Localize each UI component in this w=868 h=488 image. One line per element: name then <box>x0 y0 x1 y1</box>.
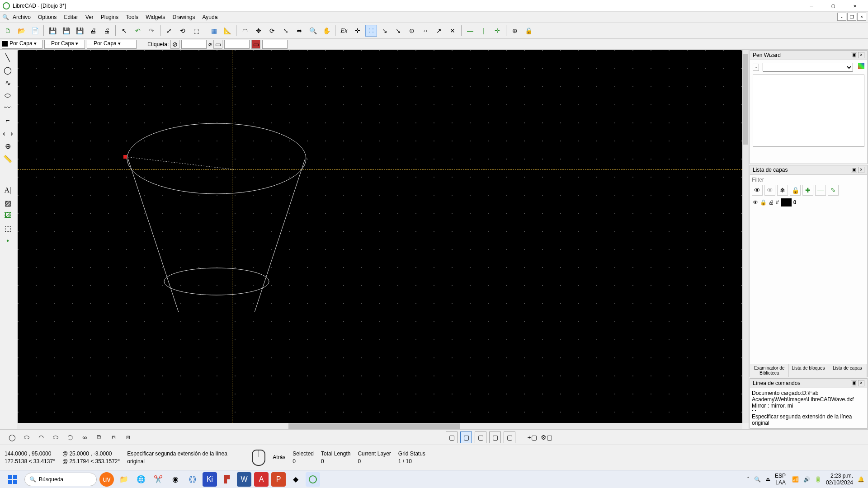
line-tool-icon[interactable]: ╲ <box>1 52 14 63</box>
layer-hide-all-icon[interactable]: 👁 <box>764 185 775 196</box>
undo-icon[interactable]: ↶ <box>132 25 144 37</box>
tab-block-list[interactable]: Lista de bloques <box>789 364 828 377</box>
tray-search-icon[interactable]: 🔍 <box>754 476 761 483</box>
layer-lock-state-icon[interactable]: 🔒 <box>760 199 767 206</box>
new-file-icon[interactable]: 🗋 <box>2 25 14 37</box>
pen-wizard-list[interactable] <box>753 75 864 147</box>
pen-color-icon[interactable] <box>858 63 864 69</box>
restrict-vertical-icon[interactable]: | <box>478 25 490 37</box>
recent-file-icon[interactable]: 📄 <box>29 25 41 37</box>
mdi-restore-button[interactable]: ❐ <box>847 13 856 21</box>
restrict-horizontal-icon[interactable]: — <box>464 25 476 37</box>
diameter-input[interactable] <box>224 40 250 49</box>
spline-tool-icon[interactable]: 〰 <box>1 102 14 114</box>
linetype-selector[interactable]: — Por Capa ▾ <box>44 40 85 49</box>
add-view-icon[interactable]: +▢ <box>526 432 538 443</box>
layer-remove-icon[interactable]: — <box>815 185 826 196</box>
task-icon-snip[interactable]: ✂️ <box>151 472 165 487</box>
view-iso5-icon[interactable]: ▢ <box>504 432 515 443</box>
snap-free-icon[interactable]: ✛ <box>352 25 363 37</box>
menu-drawings[interactable]: Drawings <box>169 13 198 21</box>
draft-link4-icon[interactable]: ⧇ <box>122 432 134 443</box>
menu-plugins[interactable]: Plugins <box>97 13 122 21</box>
relative-zero-icon[interactable]: ⊕ <box>509 25 521 37</box>
save-all-icon[interactable]: 💾 <box>74 25 85 37</box>
move-tool-icon[interactable]: ✥ <box>253 25 264 37</box>
tray-battery-icon[interactable]: 🔋 <box>815 476 821 483</box>
horizontal-scrollbar[interactable] <box>17 423 742 429</box>
start-button[interactable] <box>4 472 22 487</box>
text-tool-icon[interactable]: A| <box>1 184 14 196</box>
polyline-tool-icon[interactable]: ⌐ <box>1 115 14 127</box>
task-icon-explorer[interactable]: 📁 <box>117 472 131 487</box>
layer-filter-label[interactable]: Filter <box>752 177 865 183</box>
snap-endpoint-icon[interactable]: ↘ <box>379 25 391 37</box>
tray-usb-icon[interactable]: ⏏ <box>765 476 770 483</box>
task-icon-librecad[interactable] <box>306 472 320 487</box>
open-file-icon[interactable]: 📂 <box>15 25 27 37</box>
task-icon-app1[interactable]: ▛ <box>220 472 234 487</box>
tray-notifications-icon[interactable]: 🔔 <box>858 476 864 483</box>
snap-grid-icon[interactable]: ⸬ <box>365 25 377 37</box>
menu-editar[interactable]: Editar <box>60 13 81 21</box>
mdi-minimize-button[interactable]: - <box>837 13 846 21</box>
menu-ayuda[interactable]: Ayuda <box>199 13 222 21</box>
block-tool-icon[interactable]: ⬚ <box>1 222 14 234</box>
zoom-previous-icon[interactable]: ⟲ <box>177 25 189 37</box>
layer-construction-icon[interactable]: # <box>776 199 779 206</box>
print-icon[interactable]: 🖨 <box>87 25 99 37</box>
draft-ellipse-icon[interactable]: ⬭ <box>21 432 33 443</box>
panel-close-button[interactable]: × <box>858 167 864 173</box>
draft-circle-icon[interactable]: ◯ <box>6 432 18 443</box>
task-icon-word[interactable]: W <box>237 472 251 487</box>
task-icon-kicad[interactable]: Ki <box>203 472 217 487</box>
layer-lock-icon[interactable]: 🔒 <box>790 185 801 196</box>
menu-ver[interactable]: Ver <box>82 13 97 21</box>
task-icon-vscode[interactable]: ⟪⟫ <box>185 472 200 487</box>
menu-widgets[interactable]: Widgets <box>142 13 169 21</box>
save-as-icon[interactable]: 💾 <box>60 25 72 37</box>
modify-tool-icon[interactable]: ⊕ <box>1 140 14 152</box>
scale-tool-icon[interactable]: ⤡ <box>280 25 292 37</box>
print-preview-icon[interactable]: 🖨 <box>101 25 113 37</box>
layer-add-icon[interactable]: ✚ <box>802 185 813 196</box>
drawing-canvas[interactable] <box>18 50 742 423</box>
tab-layer-list[interactable]: Lista de capas <box>828 364 867 377</box>
ortho-toggle-icon[interactable]: 📐 <box>222 25 233 37</box>
tray-lang1[interactable]: ESP <box>775 473 786 479</box>
layer-color-swatch[interactable] <box>781 198 792 206</box>
vertical-scrollbar[interactable] <box>742 50 749 423</box>
menu-tools[interactable]: Tools <box>122 13 142 21</box>
draft-link3-icon[interactable]: ⧈ <box>108 432 119 443</box>
command-prompt[interactable]: Especificar segunda extensión de la líne… <box>752 413 865 426</box>
menu-options[interactable]: Options <box>34 13 60 21</box>
zoom-tool-icon[interactable]: 🔍 <box>307 25 319 37</box>
draft-link2-icon[interactable]: ⧉ <box>93 432 105 443</box>
menu-search-icon[interactable]: 🔍 <box>2 14 9 20</box>
color-selector[interactable]: Por Capa ▾ <box>2 40 42 49</box>
pen-wizard-dropdown[interactable] <box>763 63 853 72</box>
point-tool-icon[interactable]: • <box>1 235 14 247</box>
layer-show-all-icon[interactable]: 👁 <box>752 185 763 196</box>
style-input[interactable] <box>262 40 288 49</box>
task-icon-1[interactable]: uv <box>99 472 114 487</box>
label-clear-icon[interactable]: ⊘ <box>170 40 179 49</box>
circle-tool-icon[interactable]: ◯ <box>1 64 14 76</box>
lock-relative-zero-icon[interactable]: 🔒 <box>523 25 534 37</box>
panel-close-button[interactable]: × <box>858 380 864 386</box>
zoom-extents-icon[interactable]: ⤢ <box>163 25 175 37</box>
linewidth-selector[interactable]: — Por Capa ▾ <box>87 40 137 49</box>
measure-tool-icon[interactable]: 📏 <box>1 153 14 164</box>
config-view-icon[interactable]: ⚙▢ <box>541 432 552 443</box>
tray-wifi-icon[interactable]: 📶 <box>792 476 799 483</box>
pointer-icon[interactable]: ↖ <box>118 25 130 37</box>
draft-rounded-icon[interactable]: ⬭ <box>50 432 61 443</box>
tray-lang2[interactable]: LAA <box>775 479 786 486</box>
task-icon-chrome[interactable]: 🌐 <box>134 472 148 487</box>
tray-time[interactable]: 2:23 p.m. <box>826 473 853 479</box>
arc-tool-icon[interactable]: ◠ <box>239 25 251 37</box>
task-icon-pdf[interactable]: A <box>254 472 269 487</box>
layer-freeze-icon[interactable]: ❄ <box>777 185 788 196</box>
ellipse-tool-icon[interactable]: ⬭ <box>1 89 14 101</box>
task-icon-obs[interactable]: ◉ <box>168 472 183 487</box>
